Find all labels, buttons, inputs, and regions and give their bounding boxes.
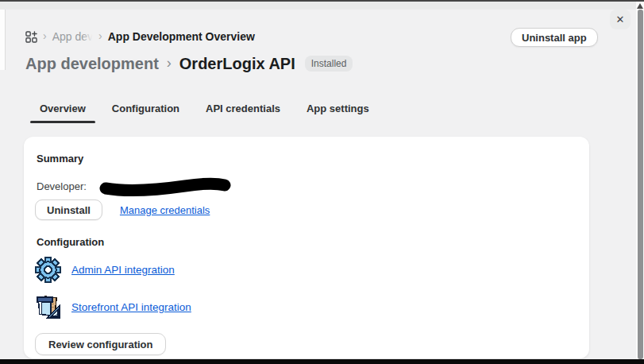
page-title-row: App development › OrderLogix API Install… xyxy=(25,52,353,75)
tab-api-credentials[interactable]: API credentials xyxy=(196,96,290,123)
developer-label: Developer: xyxy=(37,180,87,192)
breadcrumb-current-page: App Development Overview xyxy=(108,30,255,43)
breadcrumb-app-development-link[interactable]: App development xyxy=(25,55,159,73)
installed-badge: Installed xyxy=(305,56,353,72)
developer-row: Developer: xyxy=(37,176,577,196)
configuration-heading: Configuration xyxy=(37,236,577,249)
breadcrumb-separator: › xyxy=(98,30,102,43)
tab-app-settings[interactable]: App settings xyxy=(297,96,379,123)
breadcrumb-separator: › xyxy=(43,30,47,43)
tab-configuration[interactable]: Configuration xyxy=(102,96,189,123)
summary-heading: Summary xyxy=(37,153,577,165)
developer-name-redaction xyxy=(98,176,233,196)
review-configuration-button[interactable]: Review configuration xyxy=(35,333,166,355)
app-overview-page: ✕ › App dev › App Development Overview U… xyxy=(0,0,644,364)
scrollbar-thumb[interactable] xyxy=(638,10,643,359)
storefront-pixel-icon xyxy=(35,294,61,320)
page-title: OrderLogix API xyxy=(179,55,295,73)
close-button[interactable]: ✕ xyxy=(610,10,631,29)
scrollbar-up-arrow-icon[interactable] xyxy=(637,3,643,9)
admin-api-integration-link[interactable]: Admin API integration xyxy=(71,264,175,276)
tab-overview[interactable]: Overview xyxy=(30,96,95,123)
admin-api-row: Admin API integration xyxy=(35,256,577,283)
window-top-strip xyxy=(0,2,644,10)
left-edge-strip xyxy=(0,10,6,70)
summary-actions: Uninstall Manage credentials xyxy=(35,199,577,220)
storefront-api-integration-link[interactable]: Storefront API integration xyxy=(71,301,191,313)
manage-credentials-link[interactable]: Manage credentials xyxy=(120,204,210,216)
summary-card: Summary Developer: Uninstall Manage cred… xyxy=(24,137,589,358)
uninstall-app-button[interactable]: Uninstall app xyxy=(511,28,598,47)
breadcrumb: › App dev › App Development Overview xyxy=(25,29,255,44)
storefront-api-row: Storefront API integration xyxy=(35,293,577,320)
uninstall-button[interactable]: Uninstall xyxy=(35,199,102,220)
apps-grid-icon[interactable] xyxy=(25,31,37,43)
tab-bar: Overview Configuration API credentials A… xyxy=(30,96,379,123)
bottom-black-bar xyxy=(0,359,644,364)
gear-pixel-icon xyxy=(35,257,61,283)
title-separator: › xyxy=(167,55,172,73)
breadcrumb-collapsed-item[interactable]: App dev xyxy=(52,30,93,43)
close-icon: ✕ xyxy=(616,14,625,25)
